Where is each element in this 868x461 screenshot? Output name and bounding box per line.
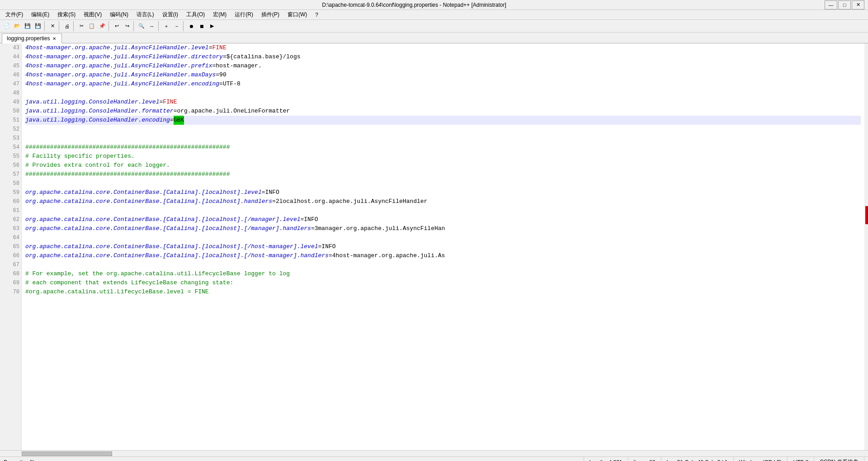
menu-item-i[interactable]: 设置(I): [159, 10, 182, 19]
code-line-51: java.util.logging.ConsoleHandler.encodin…: [25, 116, 861, 125]
code-line-53: [25, 134, 861, 143]
prop-value-black: INFO: [304, 215, 318, 224]
code-line-48: [25, 89, 861, 98]
line-number-57: 57: [2, 170, 19, 179]
save-all-button[interactable]: 💾: [33, 21, 43, 31]
macro-record-button[interactable]: ⏺: [186, 21, 196, 31]
macro-play-button[interactable]: ▶: [207, 21, 217, 31]
code-line-45: 4host-manager.org.apache.juli.AsyncFileH…: [25, 61, 861, 71]
toolbar-separator: [44, 21, 46, 31]
close-button[interactable]: ✕: [852, 0, 864, 9]
prop-value-black: 2localhost.org.apache.juli.AsyncFileHand…: [276, 197, 427, 206]
zoom-in-button[interactable]: +: [161, 21, 171, 31]
eq-sign: =: [272, 197, 276, 206]
menu-item-p[interactable]: 插件(P): [258, 10, 283, 19]
eq-sign: =: [216, 71, 219, 80]
scroll-thumb[interactable]: [865, 206, 868, 224]
paste-button[interactable]: 📌: [97, 21, 107, 31]
line-number-65: 65: [2, 242, 19, 251]
zoom-out-button[interactable]: −: [172, 21, 182, 31]
code-line-62: org.apache.catalina.core.ContainerBase.[…: [25, 215, 861, 224]
code-line-61: [25, 206, 861, 215]
menu-item-s[interactable]: 搜索(S): [54, 10, 79, 19]
line-number-64: 64: [2, 233, 19, 242]
copy-button[interactable]: 📋: [87, 21, 97, 31]
save-button[interactable]: 💾: [23, 21, 33, 31]
h-scroll-thumb[interactable]: [22, 452, 112, 456]
menu-item-v[interactable]: 视图(V): [80, 10, 105, 19]
prop-value-black: org.apache.juli.OneLineFormatter: [177, 107, 290, 116]
find-button[interactable]: 🔍: [137, 21, 146, 31]
code-line-60: org.apache.catalina.core.ContainerBase.[…: [25, 197, 861, 206]
prop-key: java.util.logging.ConsoleHandler.encodin…: [25, 116, 170, 125]
line-number-55: 55: [2, 152, 19, 161]
prop-key: org.apache.catalina.core.ContainerBase.[…: [25, 188, 262, 197]
line-number-52: 52: [2, 125, 19, 134]
length-status: length : 4,221: [584, 457, 628, 461]
menu-item-l[interactable]: 语言(L): [133, 10, 158, 19]
comment-text: # Facility specific properties.: [25, 152, 135, 161]
line-number-44: 44: [2, 52, 19, 61]
code-line-43: 4host-manager.org.apache.juli.AsyncFileH…: [25, 43, 861, 52]
new-button[interactable]: 📄: [2, 21, 12, 31]
menu-item-[interactable]: ?: [311, 11, 322, 19]
eq-sign: =: [223, 52, 226, 61]
line-ending-status: Windows (CR LF): [734, 457, 788, 461]
status-bar: Properties file length : 4,221 lines : 8…: [0, 456, 868, 461]
tab-logging-properties[interactable]: logging.properties ✕: [2, 33, 62, 43]
line-number-68: 68: [2, 269, 19, 278]
h-scrollbar[interactable]: [0, 450, 868, 456]
code-line-67: [25, 260, 861, 269]
close-file-button[interactable]: ✕: [47, 21, 57, 31]
code-line-68: # For example, set the org.apache.catali…: [25, 269, 861, 278]
replace-button[interactable]: ↔: [147, 21, 157, 31]
eq-sign: =: [262, 188, 265, 197]
menu-item-r[interactable]: 运行(R): [231, 10, 257, 19]
eq-sign: =: [209, 43, 212, 52]
prop-value-black: 4host-manager.org.apache.juli.As: [332, 251, 445, 260]
title-text: D:\apache-tomcat-9.0.64\conf\logging.pro…: [4, 2, 825, 8]
comment-text: # For example, set the org.apache.catali…: [25, 269, 290, 278]
menu-item-f[interactable]: 文件(F): [2, 10, 27, 19]
menu-item-o[interactable]: 工具(O): [183, 10, 208, 19]
line-number-43: 43: [2, 43, 19, 52]
encoding-status: UTF-8: [788, 457, 814, 461]
line-number-62: 62: [2, 215, 19, 224]
eq-sign: =: [174, 107, 177, 116]
menu-item-e[interactable]: 编辑(E): [28, 10, 53, 19]
code-area[interactable]: 4host-manager.org.apache.juli.AsyncFileH…: [22, 43, 864, 450]
toolbar: 📄 📂 💾 💾 ✕ 🖨 ✂ 📋 📌 ↩ ↪ 🔍 ↔ + − ⏺ ⏹ ▶: [0, 20, 868, 33]
prop-value-black: INFO: [321, 242, 335, 251]
menu-item-m[interactable]: 宏(M): [209, 10, 230, 19]
tab-bar: logging.properties ✕: [0, 33, 868, 43]
print-button[interactable]: 🖨: [62, 21, 72, 31]
menu-item-w[interactable]: 窗口(W): [284, 10, 311, 19]
hash-comment-text: ########################################…: [25, 143, 230, 152]
line-number-66: 66: [2, 251, 19, 260]
prop-key: org.apache.catalina.core.ContainerBase.[…: [25, 251, 329, 260]
right-scrollbar[interactable]: [864, 43, 868, 450]
prop-key: 4host-manager.org.apache.juli.AsyncFileH…: [25, 71, 216, 80]
redo-button[interactable]: ↪: [122, 21, 132, 31]
line-number-51: 51: [2, 116, 19, 125]
toolbar-separator-4: [108, 21, 110, 31]
minimize-button[interactable]: —: [825, 0, 837, 9]
eq-sign: =: [329, 251, 332, 260]
macro-stop-button[interactable]: ⏹: [197, 21, 207, 31]
tab-label: logging.properties: [7, 35, 50, 42]
line-number-48: 48: [2, 89, 19, 98]
code-line-54: ########################################…: [25, 143, 861, 152]
prop-value-black: UTF-8: [223, 80, 241, 89]
tab-close-icon[interactable]: ✕: [52, 36, 57, 41]
eq-sign: =: [159, 98, 163, 107]
line-number-53: 53: [2, 134, 19, 143]
code-line-65: org.apache.catalina.core.ContainerBase.[…: [25, 242, 861, 251]
cut-button[interactable]: ✂: [76, 21, 86, 31]
undo-button[interactable]: ↩: [112, 21, 122, 31]
open-button[interactable]: 📂: [12, 21, 22, 31]
menu-item-n[interactable]: 编码(N): [106, 10, 132, 19]
comment-text: # each component that extends LifecycleB…: [25, 278, 233, 287]
editor-container: 4344454647484950515253545556575859606162…: [0, 43, 868, 450]
maximize-button[interactable]: □: [838, 0, 851, 9]
line-number-58: 58: [2, 179, 19, 188]
